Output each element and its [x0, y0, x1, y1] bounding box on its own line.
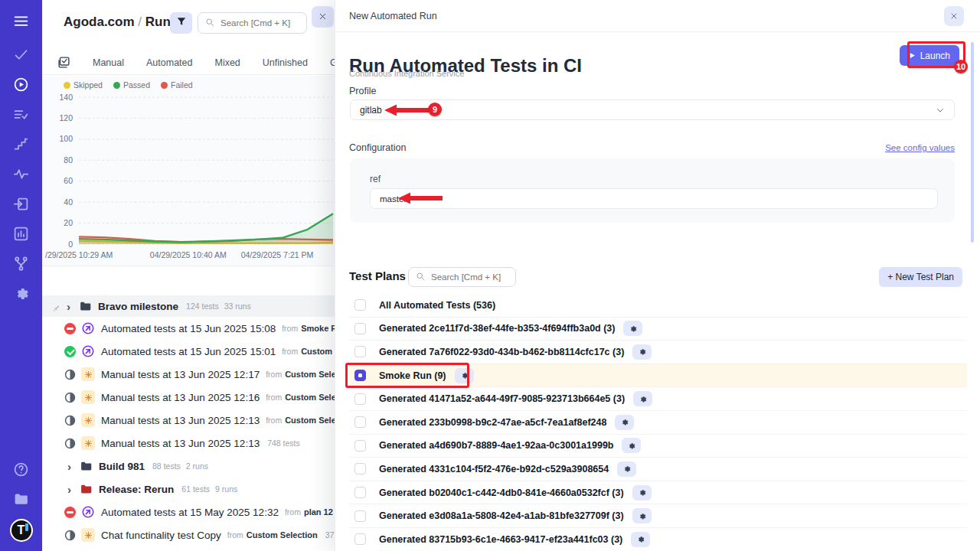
- test-plan-label[interactable]: Generated 83715b93-6c1e-4663-9417-ef23a4…: [379, 534, 622, 545]
- test-plans-search[interactable]: [408, 267, 516, 287]
- run-title[interactable]: Automated tests at 15 Jun 2025 15:01: [101, 346, 276, 357]
- test-plan-row[interactable]: Generated 4331c104-f5f2-476e-b92d-c529a3…: [349, 458, 967, 481]
- test-plan-row[interactable]: Generated 2ce11f7d-38ef-44fe-b353-4f694f…: [349, 318, 967, 341]
- run-title[interactable]: Automated tests at 15 Jun 2025 15:08: [101, 323, 276, 334]
- test-plan-checkbox[interactable]: [354, 416, 366, 428]
- run-row[interactable]: Manual tests at 13 Jun 2025 12:13fromCus…: [42, 409, 335, 432]
- from-source[interactable]: Custom Selection: [285, 416, 335, 425]
- test-plan-checkbox[interactable]: [354, 463, 366, 474]
- test-plan-settings-gear-icon[interactable]: [632, 344, 652, 360]
- test-plan-settings-gear-icon[interactable]: [617, 461, 636, 477]
- run-row[interactable]: Automated tests at 15 Jun 2025 15:08from…: [42, 317, 335, 340]
- tab-unfinished[interactable]: Unfinished: [263, 57, 308, 68]
- check-icon[interactable]: [11, 44, 31, 64]
- run-row[interactable]: Automated tests at 15 May 2025 12:32from…: [42, 500, 335, 523]
- chevron-right-icon[interactable]: ›: [67, 484, 75, 495]
- run-title[interactable]: Manual tests at 13 Jun 2025 12:17: [101, 369, 260, 380]
- test-plan-row[interactable]: Smoke Run (9): [349, 364, 967, 388]
- run-row[interactable]: Manual tests at 13 Jun 2025 12:17fromCus…: [42, 363, 335, 386]
- projects-folder-icon[interactable]: [11, 489, 31, 509]
- test-plan-checkbox[interactable]: [354, 370, 366, 381]
- folder-title[interactable]: Bravo milestone: [98, 301, 178, 312]
- run-title[interactable]: Manual tests at 13 Jun 2025 12:16: [101, 392, 260, 403]
- folder-row[interactable]: ›Release: Rerun61 tests9 runs: [42, 478, 335, 500]
- folder-row[interactable]: ›Bravo milestone124 tests33 runs: [42, 295, 335, 317]
- folder-title[interactable]: Build 981: [99, 461, 145, 472]
- from-source[interactable]: Custom Selection: [247, 530, 318, 540]
- test-plan-settings-gear-icon[interactable]: [631, 532, 650, 547]
- test-plan-checkbox[interactable]: [354, 440, 366, 452]
- help-icon[interactable]: [11, 459, 31, 479]
- test-plan-checkbox[interactable]: [354, 393, 366, 405]
- panel-close-button[interactable]: [312, 6, 334, 28]
- test-plan-settings-gear-icon[interactable]: [623, 321, 642, 336]
- run-row[interactable]: Automated tests at 15 Jun 2025 15:01from…: [42, 340, 335, 363]
- test-plan-label[interactable]: Generated 2ce11f7d-38ef-44fe-b353-4f694f…: [379, 323, 615, 334]
- settings-gear-icon[interactable]: [11, 283, 31, 303]
- drawer-close-button[interactable]: [944, 6, 964, 26]
- tab-mixed[interactable]: Mixed: [214, 57, 240, 68]
- avatar[interactable]: T: [10, 519, 33, 542]
- run-title[interactable]: Automated tests at 15 May 2025 12:32: [101, 507, 279, 518]
- test-plan-checkbox[interactable]: [354, 299, 366, 311]
- test-plan-label[interactable]: Smoke Run (9): [379, 370, 446, 381]
- test-plan-label[interactable]: Generated 7a76f022-93d0-434b-b462-bb8114…: [379, 347, 624, 357]
- test-plan-settings-gear-icon[interactable]: [633, 391, 652, 406]
- from-source[interactable]: plan 12: [304, 507, 333, 517]
- test-plan-row[interactable]: Generated e3d08a1a-5808-42e4-a1ab-81bfe3…: [349, 504, 967, 528]
- test-plan-row[interactable]: Generated 7a76f022-93d0-434b-b462-bb8114…: [349, 341, 967, 364]
- test-plan-label[interactable]: Generated 4331c104-f5f2-476e-b92d-c529a3…: [379, 464, 609, 474]
- run-row[interactable]: Manual tests at 13 Jun 2025 12:16fromCus…: [42, 386, 335, 409]
- chevron-right-icon[interactable]: ›: [67, 461, 75, 472]
- runs-search[interactable]: [198, 12, 307, 34]
- tab-manual[interactable]: Manual: [93, 57, 124, 68]
- list-check-icon[interactable]: [11, 104, 31, 124]
- test-plan-label[interactable]: Generated e3d08a1a-5808-42e4-a1ab-81bfe3…: [379, 510, 624, 521]
- from-source[interactable]: Custom Selection: [285, 370, 335, 379]
- test-plan-checkbox[interactable]: [354, 487, 366, 498]
- test-plan-settings-gear-icon[interactable]: [632, 508, 652, 523]
- profile-select[interactable]: gitlab: [350, 99, 955, 120]
- folder-row[interactable]: ›Build 98188 tests2 runs: [42, 455, 335, 478]
- test-plan-settings-gear-icon[interactable]: [615, 415, 634, 430]
- ref-input[interactable]: [370, 188, 938, 209]
- import-icon[interactable]: [11, 194, 31, 214]
- activity-icon[interactable]: [11, 164, 31, 184]
- run-row[interactable]: Manual tests at 13 Jun 2025 12:13748 tes…: [42, 432, 335, 455]
- drawer-scrollbar[interactable]: [971, 42, 974, 243]
- folder-title[interactable]: Release: Rerun: [99, 484, 174, 495]
- test-plan-label[interactable]: Generated 41471a52-a644-49f7-9085-923713…: [379, 393, 625, 404]
- test-plan-settings-gear-icon[interactable]: [622, 438, 641, 453]
- test-plan-checkbox[interactable]: [354, 533, 366, 545]
- test-plan-label[interactable]: Generated 233b0998-b9c2-47ae-a5cf-7ea1af…: [379, 417, 606, 428]
- select-runs-icon[interactable]: [57, 56, 70, 70]
- run-title[interactable]: Chat functinality test Copy: [101, 530, 221, 541]
- breadcrumb[interactable]: Agoda.com / Runs: [64, 15, 178, 30]
- from-source[interactable]: Custom Selection: [301, 347, 335, 356]
- launch-button[interactable]: Launch: [900, 45, 959, 66]
- test-plan-checkbox[interactable]: [354, 323, 366, 334]
- run-title[interactable]: Manual tests at 13 Jun 2025 12:13: [101, 415, 260, 426]
- test-plan-row[interactable]: Generated a4d690b7-8889-4ae1-92aa-0c3001…: [349, 435, 967, 458]
- test-plan-row[interactable]: All Automated Tests (536): [349, 294, 967, 318]
- test-plan-row[interactable]: Generated b02040c1-c442-4db0-841e-4660a0…: [349, 481, 967, 505]
- tab-automated[interactable]: Automated: [146, 57, 192, 68]
- test-plan-label[interactable]: Generated a4d690b7-8889-4ae1-92aa-0c3001…: [379, 440, 613, 451]
- steps-icon[interactable]: [11, 134, 31, 154]
- from-source[interactable]: Smoke Run: [301, 324, 335, 333]
- filter-button[interactable]: [170, 12, 192, 34]
- breadcrumb-project[interactable]: Agoda.com: [64, 15, 135, 29]
- runs-play-icon[interactable]: [11, 74, 31, 94]
- run-title[interactable]: Manual tests at 13 Jun 2025 12:13: [101, 438, 260, 449]
- analytics-icon[interactable]: [11, 223, 31, 243]
- test-plan-row[interactable]: Generated 233b0998-b9c2-47ae-a5cf-7ea1af…: [349, 411, 967, 435]
- from-source[interactable]: Custom Selection: [285, 393, 335, 402]
- test-plan-settings-gear-icon[interactable]: [455, 368, 474, 383]
- see-config-values-link[interactable]: See config values: [885, 143, 955, 152]
- run-row[interactable]: Chat functinality test CopyfromCustom Se…: [42, 523, 335, 546]
- test-plan-checkbox[interactable]: [354, 346, 366, 357]
- runs-search-input[interactable]: [219, 18, 299, 28]
- chevron-right-icon[interactable]: ›: [67, 301, 74, 312]
- test-plan-row[interactable]: Generated 41471a52-a644-49f7-9085-923713…: [349, 387, 967, 411]
- test-plan-settings-gear-icon[interactable]: [632, 485, 652, 500]
